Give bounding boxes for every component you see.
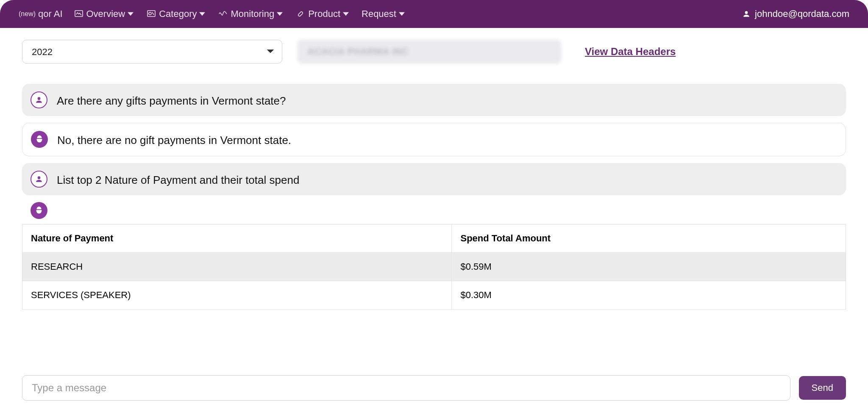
- composer: Send: [22, 365, 846, 415]
- nav-monitoring-label: Monitoring: [231, 8, 274, 19]
- table-row: SERVICES (SPEAKER) $0.30M: [22, 281, 846, 310]
- view-data-headers-link[interactable]: View Data Headers: [585, 46, 676, 58]
- bot-avatar-standalone: [31, 202, 846, 219]
- brand-prefix: (new): [19, 10, 36, 18]
- monitoring-icon: [218, 9, 228, 19]
- chat-bot-message: No, there are no gift payments in Vermon…: [22, 123, 846, 156]
- year-select-wrap: 2022: [22, 40, 282, 64]
- caret-icon: [128, 11, 134, 17]
- nav-product-label: Product: [308, 8, 340, 19]
- cell-amount: $0.30M: [452, 281, 846, 310]
- chat-bot-text: No, there are no gift payments in Vermon…: [57, 131, 291, 148]
- company-select-blurred[interactable]: ACACIA PHARMA INC: [298, 40, 561, 64]
- year-select[interactable]: 2022: [22, 40, 282, 64]
- person-icon: [35, 175, 43, 183]
- cell-nature: RESEARCH: [22, 253, 452, 281]
- caret-icon: [399, 11, 405, 17]
- svg-point-2: [149, 12, 151, 15]
- bot-icon: [35, 135, 44, 144]
- nav-overview[interactable]: Overview: [72, 6, 136, 22]
- col-header-nature: Nature of Payment: [22, 224, 452, 253]
- caret-icon: [277, 11, 283, 17]
- bot-avatar: [31, 202, 47, 219]
- chat-user-message: Are there any gifts payments in Vermont …: [22, 84, 846, 116]
- nav-category[interactable]: Category: [145, 6, 207, 22]
- nav-request[interactable]: Request: [360, 6, 406, 22]
- content: 2022 ACACIA PHARMA INC View Data Headers…: [0, 28, 868, 415]
- company-blurred-text: ACACIA PHARMA INC: [307, 46, 409, 57]
- bot-icon: [34, 206, 44, 215]
- brand-name: qor AI: [38, 8, 62, 19]
- nav-left: (new) qor AI Overview Category Monitorin…: [19, 6, 406, 22]
- table-row: RESEARCH $0.59M: [22, 253, 846, 281]
- user-avatar: [31, 91, 47, 108]
- results-table: Nature of Payment Spend Total Amount RES…: [22, 224, 846, 310]
- table-header-row: Nature of Payment Spend Total Amount: [22, 224, 846, 253]
- product-icon: [295, 9, 306, 19]
- col-header-amount: Spend Total Amount: [452, 224, 846, 253]
- brand[interactable]: (new) qor AI: [19, 8, 63, 19]
- cell-nature: SERVICES (SPEAKER): [22, 281, 452, 310]
- nav-user[interactable]: johndoe@qordata.com: [742, 8, 849, 19]
- chat-user-text: List top 2 Nature of Payment and their t…: [57, 171, 299, 188]
- user-icon: [742, 10, 751, 18]
- send-button[interactable]: Send: [799, 376, 846, 400]
- user-email: johndoe@qordata.com: [755, 8, 849, 19]
- nav-monitoring[interactable]: Monitoring: [216, 6, 284, 22]
- caret-icon: [343, 11, 349, 17]
- nav-product[interactable]: Product: [294, 6, 351, 22]
- cell-amount: $0.59M: [452, 253, 846, 281]
- category-icon: [146, 9, 156, 19]
- user-avatar: [31, 171, 47, 188]
- nav-request-label: Request: [362, 8, 396, 19]
- nav-overview-label: Overview: [86, 8, 125, 19]
- person-icon: [35, 96, 43, 104]
- filters-row: 2022 ACACIA PHARMA INC View Data Headers: [22, 40, 846, 64]
- caret-icon: [199, 11, 205, 17]
- chat-user-text: Are there any gifts payments in Vermont …: [57, 91, 286, 108]
- nav-category-label: Category: [159, 8, 197, 19]
- overview-icon: [74, 9, 84, 19]
- chat-user-message: List top 2 Nature of Payment and their t…: [22, 163, 846, 195]
- message-input[interactable]: [22, 375, 790, 401]
- navbar: (new) qor AI Overview Category Monitorin…: [0, 0, 868, 28]
- bot-avatar: [31, 131, 48, 148]
